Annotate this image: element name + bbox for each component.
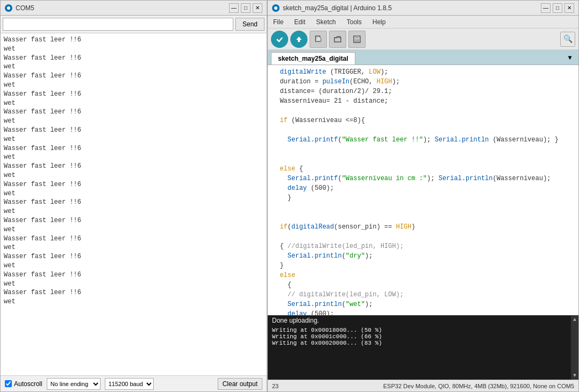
arduino-minimize-button[interactable]: — xyxy=(541,3,551,13)
console-scrollbar[interactable]: ▲ ▼ xyxy=(571,316,578,380)
console-line: Writing at 0x0001c000... (66 %) xyxy=(272,333,574,340)
com5-send-input[interactable] xyxy=(3,18,233,31)
code-line: { xyxy=(272,280,574,290)
statusbar-line: 23 xyxy=(272,383,278,389)
com5-win-controls: — □ ✕ xyxy=(229,3,262,13)
console-done-bar: Done uploading. xyxy=(268,316,578,326)
output-line: Wasser fast leer !!6 xyxy=(4,180,263,189)
code-line xyxy=(272,106,574,116)
com5-maximize-button[interactable]: □ xyxy=(241,3,251,13)
output-line: wet xyxy=(4,99,263,108)
new-button[interactable] xyxy=(310,31,327,48)
code-line: else { xyxy=(272,164,574,174)
code-line: delay (500); xyxy=(272,183,574,193)
menu-edit[interactable]: Edit xyxy=(292,18,308,26)
arduino-statusbar: 23 ESP32 Dev Module, QIO, 80MHz, 4MB (32… xyxy=(268,380,578,391)
output-line: Wasser fast leer !!6 xyxy=(4,198,263,207)
arduino-titlebar: sketch_may25a_digital | Arduino 1.8.5 — … xyxy=(268,1,578,16)
output-line: wet xyxy=(4,135,263,144)
arduino-title: sketch_may25a_digital | Arduino 1.8.5 xyxy=(283,4,392,12)
clear-output-button[interactable]: Clear output xyxy=(218,378,262,390)
verify-icon xyxy=(275,35,284,44)
line-ending-select[interactable]: No line endingNewlineCarriage returnBoth… xyxy=(47,378,101,390)
baud-rate-select[interactable]: 115200 baud xyxy=(105,378,154,390)
upload-icon xyxy=(295,35,303,44)
output-line: Wasser fast leer !!6 xyxy=(4,90,263,99)
new-icon xyxy=(314,35,323,44)
code-line: if (Wasserniveau <=8){ xyxy=(272,116,574,125)
output-line: Wasser fast leer !!6 xyxy=(4,54,263,63)
code-line: digitalWrite (TRIGGER, LOW); xyxy=(272,67,574,77)
com5-title-left: COM5 xyxy=(5,4,34,12)
com5-panel: COM5 — □ ✕ Send Wasser fast leer !!6wetW… xyxy=(0,0,267,392)
code-line xyxy=(272,145,574,154)
com5-close-button[interactable]: ✕ xyxy=(253,3,262,13)
search-icon: 🔍 xyxy=(563,34,573,44)
code-line: // digitalWrite(led_pin, LOW); xyxy=(272,290,574,300)
console-line: Writing at 0x00018000... (50 %) xyxy=(272,327,574,333)
console-output[interactable]: Writing at 0x00018000... (50 %)Writing a… xyxy=(268,326,578,380)
arduino-logo-icon-2 xyxy=(272,4,280,12)
code-line: else xyxy=(272,270,574,280)
output-line: Wasser fast leer !!6 xyxy=(4,72,263,81)
output-line: wet xyxy=(4,81,263,90)
com5-statusbar: Autoscroll No line endingNewlineCarriage… xyxy=(1,375,267,391)
arduino-title-left: sketch_may25a_digital | Arduino 1.8.5 xyxy=(272,4,392,12)
com5-minimize-button[interactable]: — xyxy=(229,3,239,13)
com5-send-button[interactable]: Send xyxy=(235,18,265,31)
com5-titlebar: COM5 — □ ✕ xyxy=(1,1,267,16)
arduino-logo-icon xyxy=(5,4,12,12)
output-line: Wasser fast leer !!6 xyxy=(4,288,263,297)
console-scroll-up[interactable]: ▲ xyxy=(573,317,576,323)
code-editor[interactable]: digitalWrite (TRIGGER, LOW); duration = … xyxy=(268,65,578,315)
code-line: { //digitalWrite(led_pin, HIGH); xyxy=(272,241,574,251)
menu-help[interactable]: Help xyxy=(370,18,388,26)
code-line: } xyxy=(272,261,574,270)
output-line: wet xyxy=(4,153,263,162)
arduino-panel: sketch_may25a_digital | Arduino 1.8.5 — … xyxy=(267,0,579,392)
autoscroll-checkbox[interactable] xyxy=(5,380,12,387)
output-line: Wasser fast leer !!6 xyxy=(4,252,263,261)
tab-bar: sketch_may25a_digital ▼ xyxy=(268,50,578,65)
output-line: wet xyxy=(4,62,263,72)
tab-dropdown-button[interactable]: ▼ xyxy=(564,53,575,63)
console-scroll-down[interactable]: ▼ xyxy=(573,373,576,379)
output-line: wet xyxy=(4,261,263,270)
code-line: } xyxy=(272,193,574,203)
output-line: Wasser fast leer !!6 xyxy=(4,270,263,280)
output-line: Wasser fast leer !!6 xyxy=(4,162,263,171)
code-line xyxy=(272,212,574,222)
code-line: delay (500); xyxy=(272,309,574,315)
upload-button[interactable] xyxy=(290,31,308,48)
save-icon xyxy=(353,35,361,44)
output-line: Wasser fast leer !!6 xyxy=(4,108,263,117)
menu-file[interactable]: File xyxy=(271,18,285,26)
arduino-maximize-button[interactable]: □ xyxy=(553,3,562,13)
code-line: Serial.println("dry"); xyxy=(272,251,574,261)
statusbar-board: ESP32 Dev Module, QIO, 80MHz, 4MB (32Mb)… xyxy=(383,383,574,389)
code-line: duration = pulseIn(ECHO, HIGH); xyxy=(272,77,574,87)
output-line: wet xyxy=(4,45,263,54)
open-button[interactable] xyxy=(329,31,346,48)
arduino-toolbar: 🔍 xyxy=(268,28,578,50)
output-line: wet xyxy=(4,225,263,234)
menu-tools[interactable]: Tools xyxy=(345,18,364,26)
com5-title: COM5 xyxy=(16,4,34,12)
save-button[interactable] xyxy=(348,31,366,48)
verify-button[interactable] xyxy=(271,31,288,48)
com5-send-bar: Send xyxy=(1,16,267,33)
tab-sketch[interactable]: sketch_may25a_digital xyxy=(271,52,355,65)
autoscroll-label: Autoscroll xyxy=(14,380,42,388)
output-line: wet xyxy=(4,297,263,307)
arduino-close-button[interactable]: ✕ xyxy=(564,3,574,13)
code-line xyxy=(272,125,574,135)
console-wrapper: Done uploading. Writing at 0x00018000...… xyxy=(268,315,578,380)
search-button[interactable]: 🔍 xyxy=(560,32,575,47)
code-line: Serial.printf("Wasser fast leer !!"); Se… xyxy=(272,135,574,145)
code-line: Serial.println("wet"); xyxy=(272,300,574,309)
autoscroll-checkbox-area[interactable]: Autoscroll xyxy=(5,380,42,388)
output-line: wet xyxy=(4,280,263,289)
menu-sketch[interactable]: Sketch xyxy=(314,18,338,26)
code-line: Wasserniveau= 21 - distance; xyxy=(272,96,574,106)
svg-rect-3 xyxy=(355,36,359,38)
